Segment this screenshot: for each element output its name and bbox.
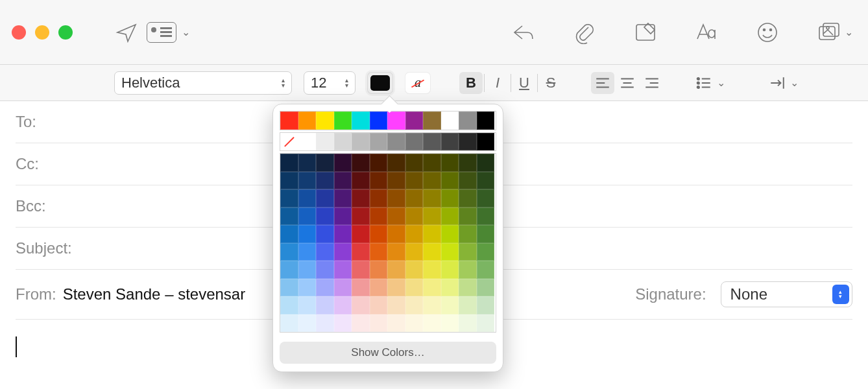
send-button[interactable] (112, 18, 141, 47)
color-swatch[interactable] (423, 243, 441, 261)
color-swatch[interactable] (405, 314, 424, 333)
align-left-button[interactable] (591, 72, 614, 94)
color-swatch[interactable] (280, 172, 298, 190)
color-swatch[interactable] (423, 225, 441, 243)
highlight-color-button[interactable]: a (405, 72, 431, 94)
color-swatch[interactable] (370, 172, 388, 190)
color-swatch[interactable] (441, 172, 459, 190)
color-swatch[interactable] (441, 112, 459, 130)
color-swatch[interactable] (280, 133, 298, 151)
color-swatch[interactable] (387, 207, 405, 226)
color-swatch[interactable] (477, 133, 495, 151)
color-swatch[interactable] (459, 154, 477, 172)
photo-browser-button[interactable]: ⌄ (814, 18, 856, 47)
color-swatch[interactable] (334, 314, 352, 333)
color-swatch[interactable] (387, 243, 405, 261)
color-swatch[interactable] (316, 225, 334, 243)
color-swatch[interactable] (280, 314, 298, 333)
color-swatch[interactable] (370, 314, 388, 333)
emoji-button[interactable] (753, 18, 782, 47)
color-swatch[interactable] (477, 207, 495, 226)
color-swatch[interactable] (477, 243, 495, 261)
color-swatch[interactable] (352, 112, 370, 130)
color-swatch[interactable] (370, 243, 388, 261)
color-swatch[interactable] (405, 225, 424, 243)
color-swatch[interactable] (352, 296, 370, 314)
color-swatch[interactable] (370, 225, 388, 243)
color-swatch[interactable] (387, 225, 405, 243)
color-swatch[interactable] (370, 154, 388, 172)
color-swatch[interactable] (423, 133, 441, 151)
color-swatch[interactable] (441, 279, 459, 297)
color-swatch[interactable] (405, 133, 424, 151)
italic-button[interactable]: I (486, 72, 509, 94)
color-swatch[interactable] (459, 261, 477, 279)
color-swatch[interactable] (387, 112, 405, 130)
color-swatch[interactable] (441, 243, 459, 261)
color-swatch[interactable] (370, 112, 388, 130)
color-swatch[interactable] (459, 296, 477, 314)
align-right-button[interactable] (640, 72, 664, 94)
color-swatch[interactable] (298, 133, 317, 151)
format-button[interactable] (692, 18, 721, 47)
color-swatch[interactable] (352, 314, 370, 333)
color-swatch[interactable] (370, 279, 388, 297)
color-swatch[interactable] (316, 189, 334, 207)
list-button[interactable] (692, 72, 716, 94)
color-swatch[interactable] (405, 279, 424, 297)
color-swatch[interactable] (298, 243, 317, 261)
color-swatch[interactable] (477, 112, 495, 130)
color-swatch[interactable] (334, 243, 352, 261)
color-swatch[interactable] (405, 112, 424, 130)
color-swatch[interactable] (334, 296, 352, 314)
color-swatch[interactable] (334, 154, 352, 172)
zoom-window-button[interactable] (58, 25, 73, 40)
color-swatch[interactable] (423, 172, 441, 190)
header-fields-button[interactable]: ⌄ (147, 22, 190, 43)
color-swatch[interactable] (298, 296, 317, 314)
color-swatch[interactable] (316, 154, 334, 172)
color-swatch[interactable] (387, 279, 405, 297)
color-swatch[interactable] (298, 279, 317, 297)
color-swatch[interactable] (280, 279, 298, 297)
color-swatch[interactable] (477, 225, 495, 243)
color-swatch[interactable] (352, 207, 370, 226)
signature-select[interactable]: None ▴▾ (721, 281, 852, 307)
color-swatch[interactable] (441, 189, 459, 207)
indent-button[interactable] (766, 72, 789, 94)
color-swatch[interactable] (352, 172, 370, 190)
color-swatch[interactable] (334, 133, 352, 151)
color-swatch[interactable] (387, 189, 405, 207)
color-swatch[interactable] (423, 189, 441, 207)
color-swatch[interactable] (441, 261, 459, 279)
color-swatch[interactable] (441, 296, 459, 314)
color-swatch[interactable] (316, 243, 334, 261)
text-color-button[interactable] (367, 72, 393, 94)
color-swatch[interactable] (477, 172, 495, 190)
color-swatch[interactable] (298, 154, 317, 172)
color-swatch[interactable] (370, 189, 388, 207)
attach-button[interactable] (570, 18, 599, 47)
color-swatch[interactable] (423, 261, 441, 279)
color-swatch[interactable] (387, 314, 405, 333)
color-swatch[interactable] (405, 207, 424, 226)
color-swatch[interactable] (316, 314, 334, 333)
color-swatch[interactable] (405, 172, 424, 190)
bold-button[interactable]: B (459, 72, 483, 94)
font-size-select[interactable]: 12 ▴▾ (304, 71, 356, 95)
color-swatch[interactable] (316, 172, 334, 190)
color-swatch[interactable] (459, 243, 477, 261)
strikethrough-button[interactable]: S (539, 72, 562, 94)
color-swatch[interactable] (370, 296, 388, 314)
close-window-button[interactable] (12, 25, 26, 40)
color-swatch[interactable] (280, 154, 298, 172)
color-swatch[interactable] (352, 133, 370, 151)
color-swatch[interactable] (280, 243, 298, 261)
color-swatch[interactable] (370, 261, 388, 279)
color-swatch[interactable] (280, 261, 298, 279)
color-swatch[interactable] (352, 243, 370, 261)
color-swatch[interactable] (316, 279, 334, 297)
color-swatch[interactable] (459, 314, 477, 333)
color-swatch[interactable] (298, 112, 317, 130)
color-swatch[interactable] (316, 261, 334, 279)
